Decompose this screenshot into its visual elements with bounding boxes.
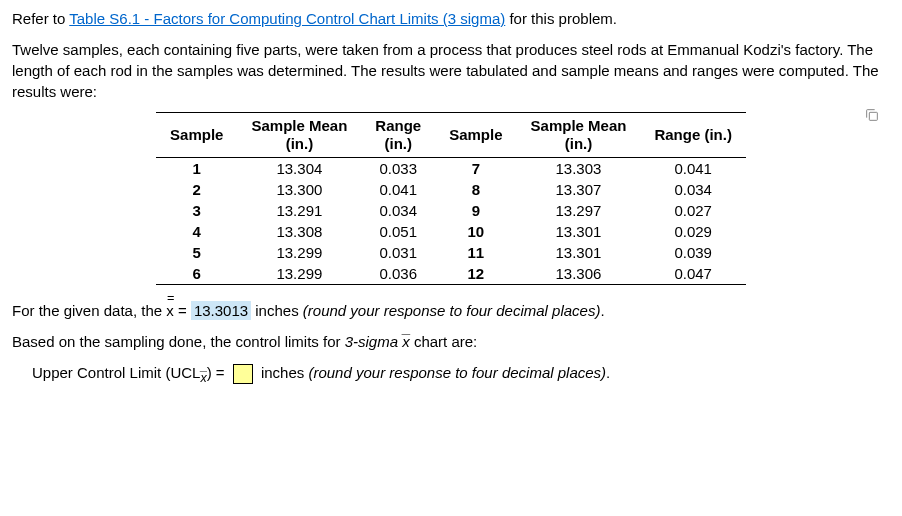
svg-rect-0: [869, 112, 877, 120]
table-cell: 0.039: [640, 242, 746, 263]
table-cell: 13.301: [517, 221, 641, 242]
table-cell: 13.299: [237, 242, 361, 263]
problem-description: Twelve samples, each containing five par…: [12, 39, 890, 102]
ucl-subscript: x: [200, 370, 206, 388]
table-cell: 8: [435, 179, 516, 200]
refer-prefix: Refer to: [12, 10, 69, 27]
rounding-hint-2: (round your response to four decimal pla…: [308, 364, 606, 381]
control-limits-intro: Based on the sampling done, the control …: [12, 331, 890, 352]
table-cell: 0.027: [640, 200, 746, 221]
x-double-bar-symbol: x: [166, 300, 174, 321]
table-cell: 0.041: [640, 158, 746, 180]
table-cell: 4: [156, 221, 237, 242]
table-cell: 13.297: [517, 200, 641, 221]
table-link[interactable]: Table S6.1 - Factors for Computing Contr…: [69, 10, 505, 27]
table-cell: 7: [435, 158, 516, 180]
table-row: 413.3080.0511013.3010.029: [156, 221, 746, 242]
table-cell: 13.299: [237, 263, 361, 285]
table-row: 213.3000.041813.3070.034: [156, 179, 746, 200]
table-cell: 1: [156, 158, 237, 180]
table-cell: 6: [156, 263, 237, 285]
table-cell: 13.291: [237, 200, 361, 221]
table-cell: 5: [156, 242, 237, 263]
x-bar-symbol: x: [402, 331, 410, 352]
table-cell: 13.303: [517, 158, 641, 180]
xbar-value: 13.3013: [191, 301, 251, 320]
intro-paragraph: Refer to Table S6.1 - Factors for Comput…: [12, 8, 890, 29]
header-sample-2: Sample: [435, 113, 516, 158]
xbar-answer-line: For the given data, the x = 13.3013 inch…: [12, 300, 890, 321]
header-mean-2: Sample Mean(in.): [517, 113, 641, 158]
copy-icon[interactable]: [864, 107, 880, 123]
data-table: Sample Sample Mean(in.) Range(in.) Sampl…: [156, 112, 746, 285]
table-cell: 0.033: [361, 158, 435, 180]
ucl-input[interactable]: [233, 364, 253, 384]
table-cell: 13.308: [237, 221, 361, 242]
table-cell: 13.304: [237, 158, 361, 180]
table-cell: 0.047: [640, 263, 746, 285]
table-cell: 13.301: [517, 242, 641, 263]
table-cell: 13.300: [237, 179, 361, 200]
header-mean-1: Sample Mean(in.): [237, 113, 361, 158]
table-cell: 0.029: [640, 221, 746, 242]
table-cell: 13.307: [517, 179, 641, 200]
table-row: 313.2910.034913.2970.027: [156, 200, 746, 221]
ucl-line: Upper Control Limit (UCLx) = inches (rou…: [32, 362, 890, 388]
table-cell: 0.051: [361, 221, 435, 242]
refer-suffix: for this problem.: [505, 10, 617, 27]
table-cell: 13.306: [517, 263, 641, 285]
table-cell: 0.034: [640, 179, 746, 200]
table-cell: 9: [435, 200, 516, 221]
table-cell: 0.036: [361, 263, 435, 285]
header-range-2: Range (in.): [640, 113, 746, 158]
header-sample-1: Sample: [156, 113, 237, 158]
table-cell: 12: [435, 263, 516, 285]
table-cell: 10: [435, 221, 516, 242]
table-cell: 0.034: [361, 200, 435, 221]
header-range-1: Range(in.): [361, 113, 435, 158]
table-row: 513.2990.0311113.3010.039: [156, 242, 746, 263]
table-cell: 3: [156, 200, 237, 221]
table-row: 613.2990.0361213.3060.047: [156, 263, 746, 285]
table-header-row: Sample Sample Mean(in.) Range(in.) Sampl…: [156, 113, 746, 158]
table-cell: 0.031: [361, 242, 435, 263]
data-table-container: Sample Sample Mean(in.) Range(in.) Sampl…: [12, 112, 890, 285]
table-cell: 2: [156, 179, 237, 200]
table-row: 113.3040.033713.3030.041: [156, 158, 746, 180]
table-cell: 0.041: [361, 179, 435, 200]
rounding-hint-1: (round your response to four decimal pla…: [303, 302, 601, 319]
table-cell: 11: [435, 242, 516, 263]
